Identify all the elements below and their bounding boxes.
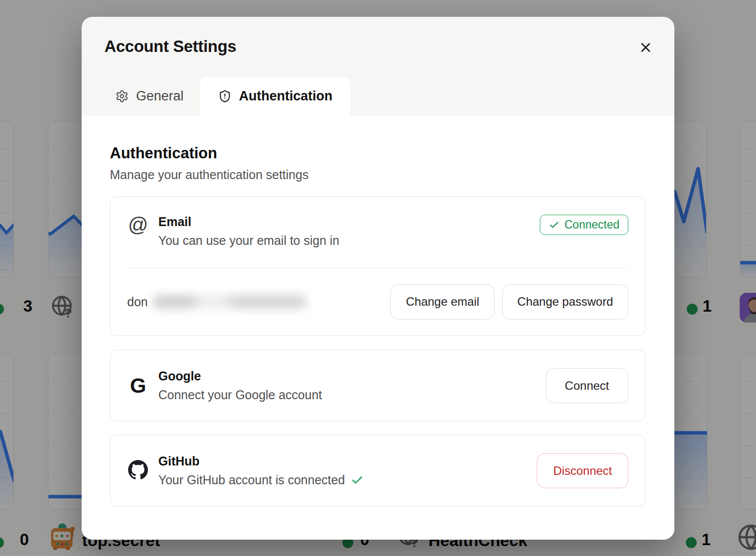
check-icon xyxy=(549,220,560,231)
provider-description: Connect your Google account xyxy=(158,388,322,402)
shield-icon xyxy=(218,90,232,103)
modal-header: Account Settings xyxy=(82,17,674,56)
disconnect-github-button[interactable]: Disconnect xyxy=(537,453,628,488)
email-address: don xyxy=(127,295,316,309)
close-icon xyxy=(638,40,653,55)
provider-description: Your GitHub account is connected xyxy=(158,473,364,487)
google-icon: G xyxy=(127,375,149,396)
provider-name: Google xyxy=(158,369,322,383)
authentication-panel: Authentication Manage your authenticatio… xyxy=(82,116,674,540)
github-provider-text: GitHub Your GitHub account is connected xyxy=(158,454,364,487)
tab-general[interactable]: General xyxy=(104,77,194,116)
connected-badge-label: Connected xyxy=(565,218,619,232)
email-provider-text: Email You can use your email to sign in xyxy=(158,215,339,248)
connected-badge: Connected xyxy=(540,215,628,235)
modal-title: Account Settings xyxy=(104,37,651,56)
provider-name: Email xyxy=(158,215,339,229)
gear-icon xyxy=(115,90,129,103)
settings-tabs: General Authentication xyxy=(82,77,674,116)
email-row: don Change email Change password xyxy=(110,268,645,335)
tab-authentication-label: Authentication xyxy=(239,89,332,104)
email-address-redacted xyxy=(153,295,316,309)
email-provider-header: @ Email You can use your email to sign i… xyxy=(110,197,645,248)
email-provider-card: @ Email You can use your email to sign i… xyxy=(110,196,646,336)
github-connected-text: Your GitHub account is connected xyxy=(158,473,345,487)
change-password-button[interactable]: Change password xyxy=(502,284,628,320)
tab-general-label: General xyxy=(136,89,184,104)
github-provider-card: GitHub Your GitHub account is connected … xyxy=(110,435,646,507)
provider-name: GitHub xyxy=(158,454,364,468)
provider-description: You can use your email to sign in xyxy=(158,233,339,248)
github-icon xyxy=(127,460,149,482)
section-subheading: Manage your authentication settings xyxy=(110,168,646,182)
section-heading: Authentication xyxy=(110,144,646,162)
check-icon xyxy=(351,474,364,487)
change-email-button[interactable]: Change email xyxy=(390,284,494,320)
email-actions: Change email Change password xyxy=(390,284,628,320)
email-address-visible: don xyxy=(127,295,148,309)
google-provider-card: G Google Connect your Google account Con… xyxy=(110,350,646,421)
google-provider-text: Google Connect your Google account xyxy=(158,369,322,402)
close-button[interactable] xyxy=(635,37,657,58)
connect-google-button[interactable]: Connect xyxy=(546,368,628,403)
tab-authentication[interactable]: Authentication xyxy=(200,77,350,116)
account-settings-modal: Account Settings General Auth xyxy=(82,17,674,540)
at-sign-icon: @ xyxy=(127,215,149,234)
screen: 3 ? 1 0 xyxy=(0,0,756,556)
